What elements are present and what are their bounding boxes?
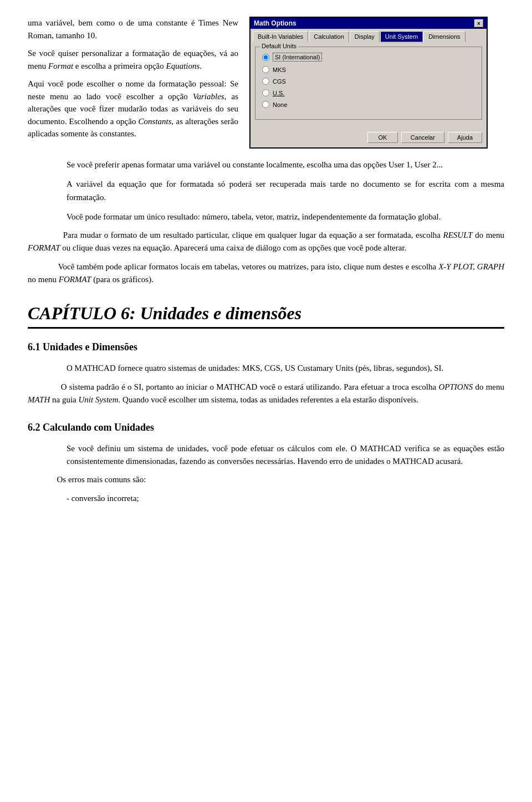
dialog-body: Default Units SI (International) MKS CGS <box>250 42 487 130</box>
section61-para2: O sistema padrão é o SI, portanto ao ini… <box>28 381 504 407</box>
para5: A variável da equação que for formatada … <box>66 178 504 204</box>
radio-si: SI (International) <box>262 53 475 62</box>
para7-format: FORMAT <box>28 243 60 252</box>
radio-mks-input[interactable] <box>262 66 269 73</box>
section61-math: MATH <box>28 395 50 404</box>
section61-mid2: na guia <box>50 395 78 404</box>
section61-heading: 6.1 Unidades e Dimensões <box>28 340 504 355</box>
left-text-column: uma variável, bem como o de uma constant… <box>28 17 238 149</box>
para2-equations: Equations <box>166 62 200 70</box>
radio-cgs-label: CGS <box>273 78 286 85</box>
group-box-label: Default Units <box>260 43 298 49</box>
section61-para2-start: O sistema padrão é o SI, portanto ao ini… <box>61 382 439 391</box>
section62-indent2 <box>28 475 57 484</box>
para2: Se você quiser personalizar a formatação… <box>28 47 238 72</box>
tab-built-in-variables[interactable]: Built-In Variables <box>253 31 308 42</box>
para3: Aqui você pode escolher o nome da format… <box>28 78 238 140</box>
default-units-group: Default Units SI (International) MKS CGS <box>255 47 482 120</box>
tab-dimensions[interactable]: Dimensions <box>423 31 465 42</box>
radio-cgs-input[interactable] <box>262 78 269 85</box>
radio-none: None <box>262 101 475 108</box>
section62-item1: - conversão incorreta; <box>66 492 504 505</box>
dialog-close-button[interactable]: × <box>474 19 483 27</box>
section62-heading: 6.2 Calculando com Unidades <box>28 420 504 436</box>
para6: Você pode formatar um único resultado: n… <box>66 211 504 223</box>
para1: uma variável, bem como o de uma constant… <box>28 17 238 42</box>
para2-format: Format <box>48 62 73 70</box>
para2-close: . <box>200 62 202 70</box>
radio-si-input[interactable] <box>262 54 269 61</box>
para7-indent <box>28 231 63 239</box>
radio-none-input[interactable] <box>262 101 269 108</box>
tab-display[interactable]: Display <box>350 31 380 42</box>
help-button[interactable]: Ajuda <box>448 132 482 143</box>
content-area: uma variável, bem como o de uma constant… <box>28 17 504 505</box>
radio-si-label: SI (International) <box>273 53 322 62</box>
dialog-tabs: Built-In Variables Calculation Display U… <box>250 29 487 42</box>
para8-end: (para os gráficos). <box>91 275 153 284</box>
section61-para1: O MATHCAD fornece quatro sistemas de uni… <box>66 362 504 375</box>
section62-para2: Os erros mais comuns são: <box>28 473 504 486</box>
dialog-buttons: OK Cancelar Ajuda <box>250 130 487 147</box>
ok-button[interactable]: OK <box>367 132 398 143</box>
tab-unit-system[interactable]: Unit System <box>380 31 423 42</box>
radio-mks-label: MKS <box>273 67 286 73</box>
radio-mks: MKS <box>262 66 475 73</box>
para7-end: ou clique duas vezes na equação. Aparece… <box>60 243 407 252</box>
section62-para2-text: Os erros mais comuns são: <box>57 475 146 484</box>
section61-mid: do menu <box>473 382 504 391</box>
para8-indent <box>28 262 58 271</box>
para8-mid: no menu <box>28 275 59 284</box>
para7-start: Para mudar o formato de um resultado par… <box>63 231 443 239</box>
section61-unitsystem: Unit System <box>79 395 119 404</box>
chapter-heading: CAPÍTULO 6: Unidades e dimensões <box>28 303 504 329</box>
para7: Para mudar o formato de um resultado par… <box>28 229 504 255</box>
para3-constants: Constants <box>139 117 172 126</box>
section61-options: OPTIONS <box>438 382 473 391</box>
dialog-title: Math Options <box>254 19 296 27</box>
para2-end: e escolha a primeira opção <box>73 62 166 70</box>
dialog-titlebar: Math Options × <box>250 18 487 29</box>
radio-us: U.S. <box>262 89 475 96</box>
para8-format2: FORMAT <box>59 275 91 284</box>
radio-none-label: None <box>273 101 287 108</box>
para7-mid: do menu <box>473 231 504 239</box>
para8-xyplot: X-Y PLOT, GRAPH <box>438 262 504 271</box>
para7-result: RESULT <box>443 231 473 239</box>
section61-end: . Quando você escolher um sistema, todas… <box>119 395 419 404</box>
top-section: uma variável, bem como o de uma constant… <box>28 17 504 149</box>
section61-indent <box>28 382 61 391</box>
tab-calculation[interactable]: Calculation <box>309 31 349 42</box>
main-content: Se você preferir apenas formatar uma var… <box>28 159 504 505</box>
para4: Se você preferir apenas formatar uma var… <box>66 159 504 171</box>
para8-start: Você também pode aplicar formatos locais… <box>58 262 438 271</box>
math-options-dialog: Math Options × Built-In Variables Calcul… <box>249 17 488 149</box>
radio-cgs: CGS <box>262 78 475 85</box>
radio-us-input[interactable] <box>262 89 269 96</box>
para8: Você também pode aplicar formatos locais… <box>28 260 504 287</box>
cancel-button[interactable]: Cancelar <box>401 132 444 143</box>
para3-variables: Variables <box>193 92 224 101</box>
radio-us-label: U.S. <box>273 90 284 96</box>
section62-para1: Se você definiu um sistema de unidades, … <box>66 442 504 468</box>
